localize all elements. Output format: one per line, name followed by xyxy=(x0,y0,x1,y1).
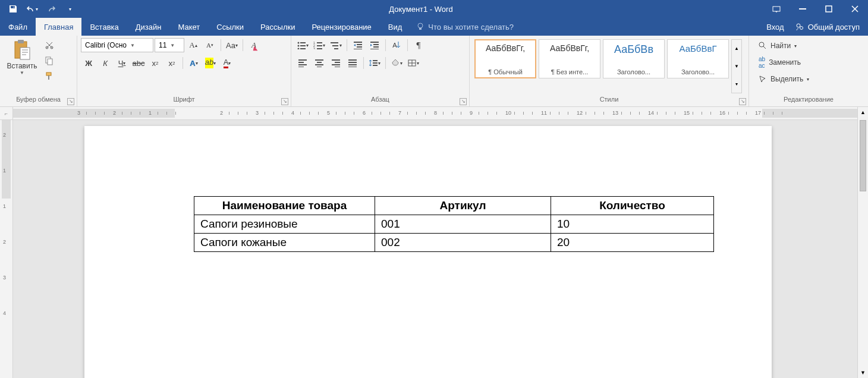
highlight-button[interactable]: ab▾ xyxy=(203,56,218,70)
subscript-button[interactable]: x2 xyxy=(147,56,163,70)
table-cell[interactable]: Сапоги кожаные xyxy=(194,234,375,252)
chevron-down-icon[interactable]: ▼ xyxy=(732,58,741,75)
qat-customize-button[interactable]: ▾ xyxy=(62,0,78,18)
svg-rect-36 xyxy=(370,42,379,43)
tab-view[interactable]: Вид xyxy=(380,18,411,36)
svg-rect-48 xyxy=(332,59,340,61)
align-right-button[interactable] xyxy=(328,56,344,70)
style-heading1[interactable]: АаБбВвЗаголово... xyxy=(603,39,665,78)
increase-indent-button[interactable] xyxy=(367,38,382,52)
tab-design[interactable]: Дизайн xyxy=(127,18,170,36)
scroll-thumb[interactable] xyxy=(860,120,866,191)
dialog-launcher-icon[interactable]: ↘ xyxy=(67,98,74,105)
svg-rect-29 xyxy=(331,42,338,43)
styles-expand-icon[interactable]: ▾ xyxy=(732,75,741,93)
scroll-up-button[interactable]: ▲ xyxy=(858,107,868,118)
redo-button[interactable] xyxy=(43,0,59,18)
justify-button[interactable] xyxy=(345,56,360,70)
paste-button[interactable]: Вставить ▼ xyxy=(4,38,40,94)
tab-review[interactable]: Рецензирование xyxy=(303,18,379,36)
styles-gallery-scroll[interactable]: ▲▼▾ xyxy=(731,39,742,93)
style-no-spacing[interactable]: АаБбВвГг,¶ Без инте... xyxy=(539,39,600,78)
minimize-button[interactable] xyxy=(790,0,816,18)
ribbon-options-button[interactable] xyxy=(763,0,790,18)
share-button[interactable]: Общий доступ xyxy=(795,22,860,32)
decrease-indent-button[interactable] xyxy=(350,38,366,52)
scroll-down-button[interactable]: ▼ xyxy=(858,367,868,378)
justify-icon xyxy=(348,59,357,67)
style-normal[interactable]: АаБбВвГг,¶ Обычный xyxy=(474,39,536,78)
table-header-cell[interactable]: Артикул xyxy=(375,197,551,215)
ruler-corner[interactable]: ⌐ xyxy=(0,107,13,120)
document-table[interactable]: Наименование товара Артикул Количество С… xyxy=(194,196,714,252)
align-left-button[interactable] xyxy=(295,56,310,70)
numbering-button[interactable]: 123▾ xyxy=(312,38,327,52)
tab-file[interactable]: Файл xyxy=(0,18,36,36)
font-name-combo[interactable]: Calibri (Осно▼ xyxy=(81,38,153,52)
signin-link[interactable]: Вход xyxy=(766,23,784,32)
borders-button[interactable]: ▾ xyxy=(405,56,421,70)
svg-point-19 xyxy=(298,45,300,47)
style-heading2[interactable]: АаБбВвГЗаголово... xyxy=(667,39,729,78)
font-color-button[interactable]: A▾ xyxy=(219,56,235,70)
shrink-font-button[interactable]: A▾ xyxy=(202,38,218,52)
underline-button[interactable]: Ч▾ xyxy=(114,56,130,70)
replace-button[interactable]: abacЗаменить xyxy=(756,56,812,69)
maximize-button[interactable] xyxy=(816,0,842,18)
table-header-cell[interactable]: Количество xyxy=(551,197,714,215)
sort-button[interactable]: A xyxy=(389,38,404,52)
scroll-track[interactable] xyxy=(858,118,868,367)
close-button[interactable] xyxy=(842,0,868,18)
line-spacing-button[interactable]: ▾ xyxy=(367,56,382,70)
cut-button[interactable] xyxy=(43,39,56,51)
select-button[interactable]: Выделить▾ xyxy=(756,73,812,86)
table-cell[interactable]: 20 xyxy=(551,234,714,252)
table-cell[interactable]: 002 xyxy=(375,234,551,252)
copy-button[interactable] xyxy=(43,55,56,67)
svg-point-62 xyxy=(759,42,764,47)
tell-me-search[interactable]: Что вы хотите сделать? xyxy=(416,18,514,36)
vertical-scrollbar[interactable]: ▲ ▼ xyxy=(857,107,868,378)
bullets-button[interactable]: ▾ xyxy=(295,38,310,52)
table-cell[interactable]: 001 xyxy=(375,215,551,234)
horizontal-ruler[interactable]: 321234567891011121314151617 xyxy=(13,107,857,120)
document-area[interactable]: Наименование товара Артикул Количество С… xyxy=(13,120,868,378)
dialog-launcher-icon[interactable]: ↘ xyxy=(460,98,467,105)
tab-references[interactable]: Ссылки xyxy=(208,18,252,36)
clear-formatting-button[interactable]: A◣ xyxy=(246,38,262,52)
chevron-up-icon[interactable]: ▲ xyxy=(732,40,741,58)
superscript-button[interactable]: x2 xyxy=(164,56,180,70)
multilevel-list-button[interactable]: ▾ xyxy=(328,38,344,52)
font-size-combo[interactable]: 11▼ xyxy=(155,38,184,52)
page: Наименование товара Артикул Количество С… xyxy=(84,126,772,378)
table-header-row: Наименование товара Артикул Количество xyxy=(194,197,714,215)
table-cell[interactable]: Сапоги резиновые xyxy=(194,215,375,234)
vertical-ruler[interactable]: 211234 xyxy=(0,120,13,378)
bold-button[interactable]: Ж xyxy=(81,56,96,70)
svg-rect-34 xyxy=(357,46,362,48)
find-button[interactable]: Найти▾ xyxy=(756,39,812,52)
italic-button[interactable]: К xyxy=(98,56,113,70)
format-painter-button[interactable] xyxy=(43,70,56,82)
tab-insert[interactable]: Вставка xyxy=(81,18,127,36)
grow-font-button[interactable]: A▴ xyxy=(185,38,201,52)
undo-button[interactable]: ▾ xyxy=(24,0,40,18)
show-marks-button[interactable]: ¶ xyxy=(411,38,426,52)
tell-me-placeholder: Что вы хотите сделать? xyxy=(428,23,514,32)
svg-point-6 xyxy=(797,24,800,27)
text-effects-button[interactable]: A▾ xyxy=(186,56,202,70)
shading-button[interactable]: ▾ xyxy=(389,56,404,70)
tab-mailings[interactable]: Рассылки xyxy=(252,18,303,36)
change-case-button[interactable]: Aa▾ xyxy=(224,38,240,52)
strikethrough-button[interactable]: abc xyxy=(131,56,146,70)
tab-home[interactable]: Главная xyxy=(36,18,81,36)
tab-layout[interactable]: Макет xyxy=(169,18,208,36)
group-label-font: Шрифт↘ xyxy=(77,96,291,106)
svg-rect-40 xyxy=(298,59,307,61)
align-center-button[interactable] xyxy=(312,56,327,70)
dialog-launcher-icon[interactable]: ↘ xyxy=(281,98,288,105)
save-button[interactable] xyxy=(5,0,21,18)
table-cell[interactable]: 10 xyxy=(551,215,714,234)
dialog-launcher-icon[interactable]: ↘ xyxy=(739,98,746,105)
table-header-cell[interactable]: Наименование товара xyxy=(194,197,375,215)
